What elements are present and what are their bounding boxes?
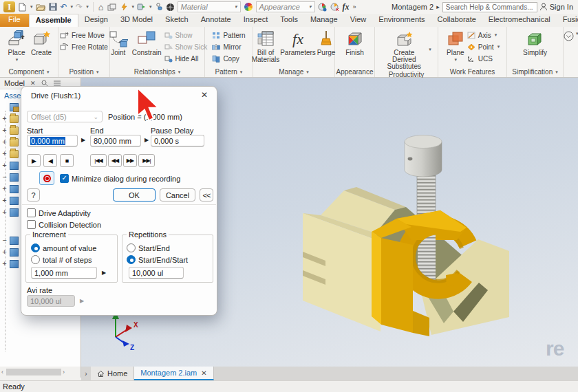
panel-label-position[interactable]: Position▾ [58, 67, 109, 77]
step-forward-button[interactable]: ▶▶ [123, 154, 137, 167]
axis-button[interactable]: Axis▾ [467, 30, 500, 40]
finish-button[interactable]: Finish [344, 28, 366, 57]
browser-menu-icon[interactable] [54, 80, 61, 86]
plane-button[interactable]: Plane ▾ [445, 28, 466, 64]
parameters-button[interactable]: fx Parameters [281, 28, 314, 57]
create-derived-substitutes-button[interactable]: Create Derived Substitutes [381, 28, 427, 71]
ucs-button[interactable]: UCS [467, 54, 500, 63]
create-button[interactable]: Create [30, 28, 53, 57]
mirror-button[interactable]: Mirror [212, 42, 245, 52]
parameters-fx-icon[interactable]: fx [342, 1, 350, 12]
redo-icon[interactable]: ↷ [75, 1, 83, 12]
free-move-button[interactable]: Free Move [60, 30, 108, 40]
undo-caret-icon[interactable]: ▾ [71, 4, 74, 10]
end-input[interactable]: 80,000 mm [90, 135, 141, 146]
adjust-appearance-icon[interactable] [317, 1, 328, 12]
tab-view[interactable]: View [344, 14, 373, 27]
tab-inspect[interactable]: Inspect [237, 14, 274, 27]
axis-caret-icon[interactable]: ▾ [495, 32, 497, 38]
go-to-start-button[interactable]: |◀◀ [90, 154, 107, 167]
play-reverse-button[interactable]: ◀ [43, 154, 57, 167]
help-button[interactable]: ? [27, 188, 40, 202]
free-rotate-button[interactable]: Free Rotate [60, 42, 108, 52]
place-caret-icon[interactable]: ▾ [16, 56, 19, 63]
panel-label-simplification[interactable]: Simplification▾ [507, 67, 563, 77]
constraint-combobox[interactable]: Offset (d5) ⌄ [27, 111, 103, 122]
redo-caret-icon[interactable]: ▾ [86, 4, 89, 10]
vblock-clamp-model[interactable] [261, 103, 550, 351]
start-end-start-radio[interactable] [127, 255, 136, 264]
amount-of-value-radio[interactable] [31, 243, 40, 252]
tab-assemble[interactable]: Assemble [29, 14, 78, 27]
record-button[interactable] [39, 171, 54, 185]
panel-label-manage[interactable]: Manage▾ [253, 67, 334, 77]
start-spinner-icon[interactable]: ▶ [79, 135, 87, 144]
tab-sketch[interactable]: Sketch [159, 14, 195, 27]
drive-adaptivity-checkbox[interactable] [27, 208, 36, 217]
new-file-caret-icon[interactable]: ▾ [30, 4, 33, 10]
clear-appearance-icon[interactable] [330, 1, 340, 12]
orientation-triad[interactable]: Y X Z [96, 309, 144, 351]
go-to-end-button[interactable]: ▶▶| [138, 154, 155, 167]
tab-environments[interactable]: Environments [372, 14, 431, 27]
point-caret-icon[interactable]: ▾ [497, 44, 500, 50]
scrollbar-thumb[interactable] [6, 369, 61, 375]
toolbar-overflow-icon[interactable]: » [352, 1, 357, 12]
constrain-button[interactable]: Constrain [131, 28, 163, 57]
home-icon[interactable]: ⌂ [98, 1, 105, 12]
dialog-close-icon[interactable]: ✕ [199, 90, 210, 100]
tab-home[interactable]: Home [91, 367, 134, 380]
plane-caret-icon[interactable]: ▾ [455, 56, 458, 63]
avi-rate-spinner-icon[interactable]: ▶ [78, 296, 86, 305]
simplify-button[interactable]: Simplify [522, 28, 548, 57]
tab-annotate[interactable]: Annotate [195, 14, 237, 27]
tab-overflow-chevron-icon[interactable]: › [81, 367, 91, 380]
start-end-radio[interactable] [127, 243, 136, 252]
hide-all-button[interactable]: Hide All [164, 54, 208, 63]
ok-button[interactable]: OK [113, 188, 156, 202]
material-combobox[interactable]: Material▾ [178, 1, 241, 12]
measure-icon[interactable] [154, 1, 163, 12]
scroll-left-icon[interactable]: ‹ [0, 369, 5, 375]
cancel-button[interactable]: Cancel [160, 188, 195, 202]
open-icon[interactable] [35, 1, 46, 12]
tab-montagem-2-iam[interactable]: Montagem 2.iam ✕ [134, 367, 213, 380]
undo-icon[interactable]: ↶ [60, 1, 68, 12]
repetitions-value-input[interactable]: 10,000 ul [129, 267, 184, 279]
increment-spinner-icon[interactable]: ▶ [100, 268, 108, 277]
tab-tools[interactable]: Tools [274, 14, 304, 27]
joint-button[interactable]: Joint [107, 28, 129, 57]
tab-design[interactable]: Design [78, 14, 114, 27]
inventor-logo-icon[interactable]: I [3, 1, 15, 12]
quick-update-caret-icon[interactable]: ▾ [132, 4, 135, 10]
tab-electromechanical[interactable]: Electromechanical [482, 14, 557, 27]
collapse-dialog-button[interactable]: << [200, 188, 213, 202]
collision-detection-checkbox[interactable] [27, 220, 36, 229]
color-wheel-icon[interactable] [243, 1, 254, 12]
tab-file[interactable]: File [0, 14, 29, 27]
local-update-icon[interactable] [136, 1, 147, 12]
tab-close-icon[interactable]: ✕ [201, 369, 206, 377]
appearance-combobox[interactable]: Appearance▾ [256, 1, 315, 12]
play-forward-button[interactable]: ▶ [27, 154, 41, 167]
purge-button[interactable]: Purge [316, 28, 336, 57]
local-update-caret-icon[interactable]: ▾ [149, 4, 152, 10]
search-input[interactable] [442, 2, 537, 12]
total-steps-radio[interactable] [31, 255, 40, 264]
panel-label-component[interactable]: Component▾ [0, 67, 58, 77]
tab-manage[interactable]: Manage [304, 14, 344, 27]
scroll-right-icon[interactable]: › [63, 369, 65, 375]
stop-button[interactable]: ■ [60, 154, 74, 167]
doc-title-caret-icon[interactable]: ▸ [436, 1, 440, 12]
drive-dialog[interactable]: Drive (Flush:1) ✕ Offset (d5) ⌄ Position… [21, 86, 217, 316]
tab-fusion-360[interactable]: Fusion 360 [557, 14, 578, 27]
pattern-button[interactable]: Pattern [212, 30, 245, 40]
sign-in-button[interactable]: Sign In [539, 3, 573, 11]
panel-label-pattern[interactable]: Pattern▾ [205, 67, 253, 77]
new-file-icon[interactable] [17, 1, 28, 12]
start-input[interactable]: 0,000 mm [27, 135, 78, 146]
render-wheel-icon[interactable] [165, 1, 175, 12]
cds-caret-icon[interactable]: ▾ [429, 47, 431, 52]
bill-of-materials-button[interactable]: Bill of Materials [251, 28, 280, 64]
browser-scrollbar[interactable]: ‹ › [0, 367, 81, 378]
